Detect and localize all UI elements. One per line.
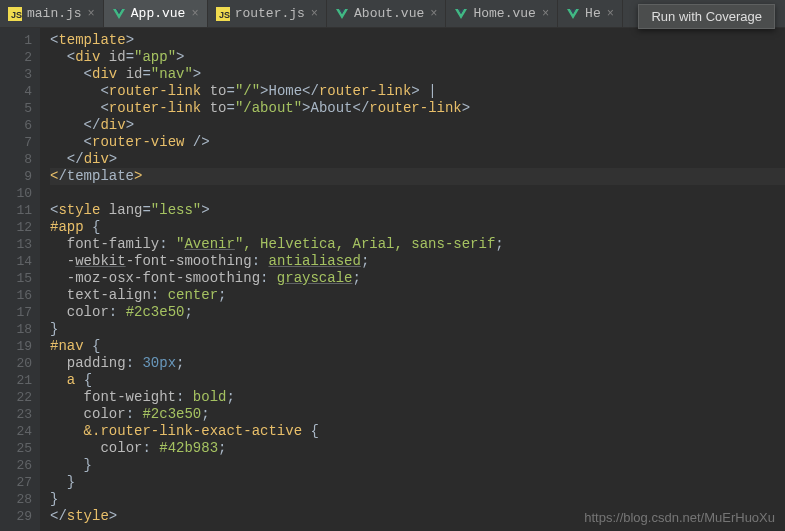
line-number: 10 xyxy=(4,185,32,202)
editor-tab-0[interactable]: JSmain.js× xyxy=(0,0,104,27)
code-line[interactable]: <template> xyxy=(50,32,785,49)
vue-file-icon xyxy=(454,7,468,21)
close-icon[interactable]: × xyxy=(191,7,198,21)
code-line[interactable]: &.router-link-exact-active { xyxy=(50,423,785,440)
line-number: 1 xyxy=(4,32,32,49)
svg-text:JS: JS xyxy=(219,10,230,20)
code-line[interactable]: </template> xyxy=(50,168,785,185)
line-number: 11 xyxy=(4,202,32,219)
tab-label: Home.vue xyxy=(473,6,535,21)
close-icon[interactable]: × xyxy=(430,7,437,21)
js-file-icon: JS xyxy=(8,7,22,21)
close-icon[interactable]: × xyxy=(607,7,614,21)
watermark: https://blog.csdn.net/MuErHuoXu xyxy=(584,510,775,525)
line-number: 25 xyxy=(4,440,32,457)
run-coverage-tooltip[interactable]: Run with Coverage xyxy=(638,4,775,29)
line-number: 3 xyxy=(4,66,32,83)
line-gutter: 1234567891011121314151617181920212223242… xyxy=(0,28,40,531)
tab-label: About.vue xyxy=(354,6,424,21)
tab-label: He xyxy=(585,6,601,21)
line-number: 4 xyxy=(4,83,32,100)
line-number: 27 xyxy=(4,474,32,491)
code-line[interactable]: } xyxy=(50,491,785,508)
code-line[interactable]: color: #2c3e50; xyxy=(50,406,785,423)
code-line[interactable]: padding: 30px; xyxy=(50,355,785,372)
code-line[interactable]: -webkit-font-smoothing: antialiased; xyxy=(50,253,785,270)
line-number: 2 xyxy=(4,49,32,66)
code-line[interactable]: } xyxy=(50,321,785,338)
line-number: 26 xyxy=(4,457,32,474)
close-icon[interactable]: × xyxy=(88,7,95,21)
line-number: 12 xyxy=(4,219,32,236)
code-editor[interactable]: 1234567891011121314151617181920212223242… xyxy=(0,28,785,531)
tab-label: router.js xyxy=(235,6,305,21)
editor-tab-5[interactable]: He× xyxy=(558,0,623,27)
line-number: 23 xyxy=(4,406,32,423)
vue-file-icon xyxy=(112,7,126,21)
line-number: 20 xyxy=(4,355,32,372)
code-line[interactable]: font-family: "Avenir", Helvetica, Arial,… xyxy=(50,236,785,253)
line-number: 29 xyxy=(4,508,32,525)
line-number: 9 xyxy=(4,168,32,185)
line-number: 15 xyxy=(4,270,32,287)
svg-text:JS: JS xyxy=(11,10,22,20)
tab-label: App.vue xyxy=(131,6,186,21)
code-line[interactable]: <router-link to="/">Home</router-link> | xyxy=(50,83,785,100)
line-number: 14 xyxy=(4,253,32,270)
vue-file-icon xyxy=(566,7,580,21)
code-line[interactable]: <router-view /> xyxy=(50,134,785,151)
editor-tab-4[interactable]: Home.vue× xyxy=(446,0,558,27)
code-area[interactable]: <template> <div id="app"> <div id="nav">… xyxy=(40,28,785,531)
editor-tab-2[interactable]: JSrouter.js× xyxy=(208,0,327,27)
code-line[interactable]: color: #2c3e50; xyxy=(50,304,785,321)
line-number: 13 xyxy=(4,236,32,253)
js-file-icon: JS xyxy=(216,7,230,21)
vue-file-icon xyxy=(335,7,349,21)
code-line[interactable] xyxy=(50,185,785,202)
code-line[interactable]: <router-link to="/about">About</router-l… xyxy=(50,100,785,117)
line-number: 24 xyxy=(4,423,32,440)
line-number: 8 xyxy=(4,151,32,168)
code-line[interactable]: #nav { xyxy=(50,338,785,355)
code-line[interactable]: text-align: center; xyxy=(50,287,785,304)
line-number: 7 xyxy=(4,134,32,151)
line-number: 18 xyxy=(4,321,32,338)
tab-label: main.js xyxy=(27,6,82,21)
line-number: 5 xyxy=(4,100,32,117)
close-icon[interactable]: × xyxy=(542,7,549,21)
code-line[interactable]: <div id="app"> xyxy=(50,49,785,66)
code-line[interactable]: color: #42b983; xyxy=(50,440,785,457)
close-icon[interactable]: × xyxy=(311,7,318,21)
code-line[interactable]: <div id="nav"> xyxy=(50,66,785,83)
code-line[interactable]: -moz-osx-font-smoothing: grayscale; xyxy=(50,270,785,287)
code-line[interactable]: a { xyxy=(50,372,785,389)
line-number: 28 xyxy=(4,491,32,508)
code-line[interactable]: </div> xyxy=(50,151,785,168)
code-line[interactable]: font-weight: bold; xyxy=(50,389,785,406)
line-number: 17 xyxy=(4,304,32,321)
code-line[interactable]: </div> xyxy=(50,117,785,134)
line-number: 16 xyxy=(4,287,32,304)
editor-tab-1[interactable]: App.vue× xyxy=(104,0,208,27)
code-line[interactable]: } xyxy=(50,457,785,474)
line-number: 22 xyxy=(4,389,32,406)
code-line[interactable]: <style lang="less"> xyxy=(50,202,785,219)
line-number: 19 xyxy=(4,338,32,355)
editor-tab-3[interactable]: About.vue× xyxy=(327,0,446,27)
line-number: 21 xyxy=(4,372,32,389)
code-line[interactable]: } xyxy=(50,474,785,491)
code-line[interactable]: #app { xyxy=(50,219,785,236)
line-number: 6 xyxy=(4,117,32,134)
